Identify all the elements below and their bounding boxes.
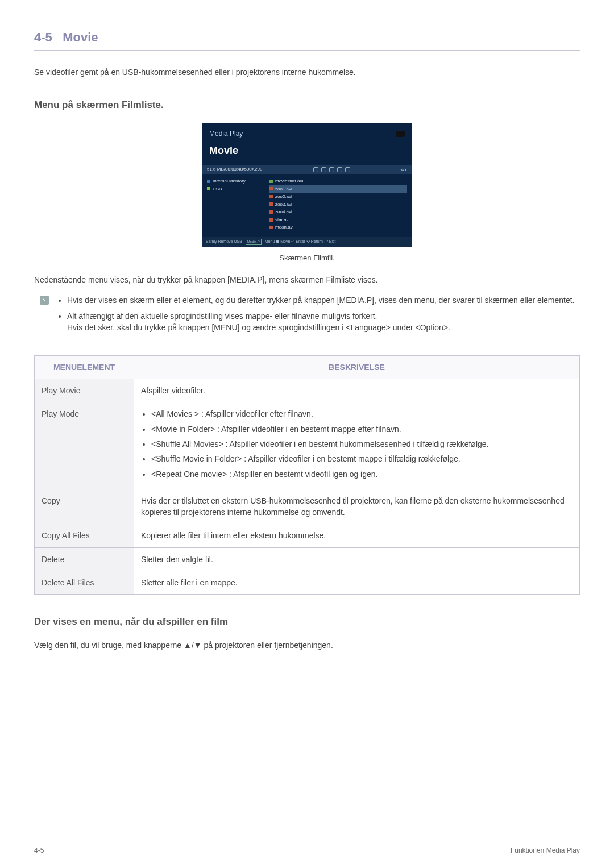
usb-icon <box>207 187 210 190</box>
screenshot-movie-title: Movie <box>202 142 412 165</box>
internal-memory-icon <box>207 180 210 183</box>
repeat-one-icon <box>321 167 326 172</box>
list-item: <All Movies > : Afspiller videofiler eft… <box>151 408 572 420</box>
page-footer: 4-5 Funktionen Media Play <box>34 846 580 855</box>
file-item: zoo2.avi <box>275 193 292 200</box>
file-icon <box>269 202 273 206</box>
table-row: Delete Sletter den valgte fil. <box>35 547 580 571</box>
screenshot-container: Media Play Movie 51.6 MB/00:03:48/500X29… <box>34 123 580 264</box>
list-item: <Repeat One movie> : Afspiller en bestem… <box>151 468 572 480</box>
file-item: zoo4.avi <box>275 209 292 215</box>
file-list: moviestart.avi zoo1.avi zoo2.avi zoo3.av… <box>269 177 407 231</box>
section-number: 4-5 <box>34 30 52 44</box>
screenshot-status-count: 2/7 <box>401 166 407 173</box>
footer-safely-remove: Safely Remove USB <box>206 239 242 244</box>
list-item: <Shuffle Movie in Folder> : Afspiller vi… <box>151 453 572 464</box>
play-paragraph: Vælg den fil, du vil bruge, med knappern… <box>34 639 580 651</box>
cell-key: Copy <box>35 489 134 524</box>
table-header-desc: BESKRIVELSE <box>134 355 580 379</box>
subheading-menu: Menu på skærmen Filmliste. <box>34 98 580 113</box>
file-icon <box>269 210 273 214</box>
footer-nav-hints: Menu ◼ Move ⏎ Enter ⟲ Return ⮐ Exit <box>265 239 336 244</box>
table-row: Copy Hvis der er tilsluttet en ekstern U… <box>35 489 580 524</box>
screenshot-mode-icons <box>313 167 350 172</box>
camera-icon <box>396 131 405 137</box>
file-icon <box>269 180 273 183</box>
cell-val: <All Movies > : Afspiller videofiler eft… <box>134 402 580 489</box>
cell-key: Play Mode <box>35 402 134 489</box>
shuffle-icon <box>329 167 334 172</box>
note-icon <box>40 296 49 305</box>
table-row: Delete All Files Sletter alle filer i en… <box>35 571 580 595</box>
cell-key: Play Movie <box>35 379 134 402</box>
file-icon <box>269 187 273 190</box>
note-block: Hvis der vises en skærm eller et element… <box>40 294 580 338</box>
cell-val: Hvis der er tilsluttet en ekstern USB-hu… <box>134 489 580 524</box>
footer-section-name: Funktionen Media Play <box>511 846 580 855</box>
source-internal: Internal Memory <box>207 177 264 185</box>
below-caption-paragraph: Nedenstående menu vises, når du trykker … <box>34 274 580 285</box>
file-item: zoo1.avi <box>275 186 292 193</box>
section-title-text: Movie <box>63 30 98 44</box>
cell-val: Afspiller videofiler. <box>134 379 580 402</box>
note-item: Hvis der vises en skærm eller et element… <box>67 294 574 306</box>
file-item: star.avi <box>275 217 289 223</box>
cell-val: Sletter alle filer i en mappe. <box>134 571 580 595</box>
source-usb: USB <box>207 185 264 193</box>
subheading-play: Der vises en menu, når du afspiller en f… <box>34 615 580 629</box>
file-item: zoo3.avi <box>275 201 292 208</box>
note-item: Alt afhængigt af den aktuelle sprogindst… <box>67 310 574 334</box>
table-row: Play Movie Afspiller videofiler. <box>35 379 580 402</box>
table-row: Copy All Files Kopierer alle filer til i… <box>35 524 580 547</box>
cell-val: Kopierer alle filer til intern eller eks… <box>134 524 580 547</box>
file-item: moviestart.avi <box>275 178 303 185</box>
screenshot-status-size: 51.6 MB/00:03:48/500X298 <box>207 166 262 173</box>
footer-media-p-chip: Media.P <box>246 239 262 245</box>
cell-key: Delete All Files <box>35 571 134 595</box>
loop-icon <box>345 167 350 172</box>
list-item: <Shuffle All Movies> : Afspiller videofi… <box>151 438 572 450</box>
intro-paragraph: Se videofiler gemt på en USB-hukommelses… <box>34 67 580 78</box>
cell-key: Copy All Files <box>35 524 134 547</box>
file-icon <box>269 195 273 198</box>
file-item: moon.avi <box>275 224 293 231</box>
table-row: Play Mode <All Movies > : Afspiller vide… <box>35 402 580 489</box>
file-icon <box>269 226 273 229</box>
cell-val: Sletter den valgte fil. <box>134 547 580 571</box>
section-heading: 4-5 Movie <box>34 28 580 51</box>
media-play-screenshot: Media Play Movie 51.6 MB/00:03:48/500X29… <box>202 123 412 247</box>
shuffle-all-icon <box>337 167 342 172</box>
screenshot-media-play-label: Media Play <box>209 129 243 139</box>
file-icon <box>269 218 273 222</box>
repeat-icon <box>313 167 318 172</box>
list-item: <Movie in Folder> : Afspiller videofiler… <box>151 423 572 435</box>
footer-page-number: 4-5 <box>34 846 44 855</box>
screenshot-caption: Skærmen Filmfil. <box>279 253 335 264</box>
table-header-menu: MENUELEMENT <box>35 355 134 379</box>
cell-key: Delete <box>35 547 134 571</box>
menu-table: MENUELEMENT BESKRIVELSE Play Movie Afspi… <box>34 355 580 595</box>
